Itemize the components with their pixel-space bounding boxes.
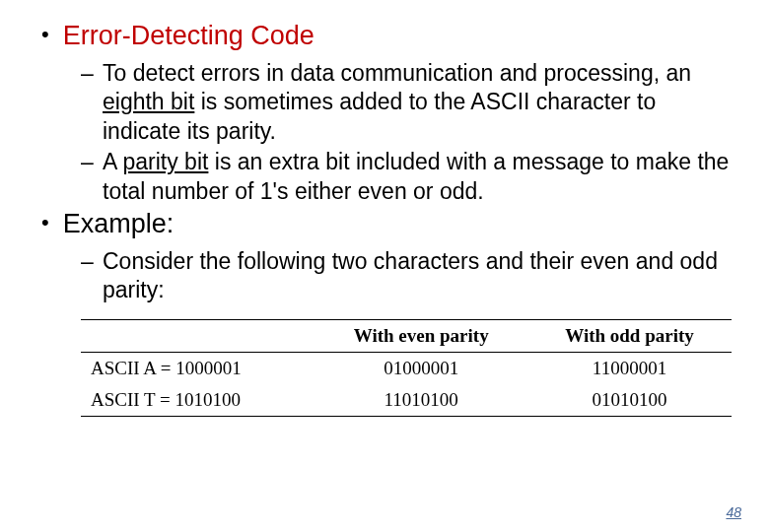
row-label: ASCII A = 1000001 [81, 352, 315, 384]
row-odd: 11000001 [527, 352, 732, 384]
table-header-row: With even parity With odd parity [81, 319, 732, 352]
parity-table-wrap: With even parity With odd parity ASCII A… [81, 319, 732, 417]
bullet-text: To detect errors in data communication a… [103, 59, 739, 146]
table-header-odd: With odd parity [527, 319, 732, 352]
text-span: A [103, 149, 122, 174]
slide-page: • Error-Detecting Code – To detect error… [0, 0, 769, 532]
page-number: 48 [726, 504, 741, 520]
row-even: 11010100 [315, 384, 527, 417]
dash-icon: – [81, 148, 95, 176]
bullet-dot: • [41, 208, 49, 238]
bullet-parity-bit: – A parity bit is an extra bit included … [81, 148, 739, 206]
eighth-bit-underline: eighth bit [103, 89, 194, 114]
heading-error-detecting: • Error-Detecting Code [41, 20, 739, 53]
bullet-example-intro: – Consider the following two characters … [81, 247, 739, 305]
table-row: ASCII T = 1010100 11010100 01010100 [81, 384, 732, 417]
bullet-detect-errors: – To detect errors in data communication… [81, 59, 739, 146]
parity-bit-underline: parity bit [122, 149, 208, 174]
heading-text: Error-Detecting Code [63, 20, 315, 53]
text-span: To detect errors in data communication a… [103, 60, 691, 86]
dash-icon: – [81, 59, 95, 88]
row-label: ASCII T = 1010100 [81, 384, 315, 417]
parity-table: With even parity With odd parity ASCII A… [81, 319, 732, 417]
bullet-text: A parity bit is an extra bit included wi… [103, 148, 739, 206]
heading-example: • Example: [41, 208, 739, 241]
table-row: ASCII A = 1000001 01000001 11000001 [81, 352, 732, 384]
dash-icon: – [81, 247, 95, 276]
table-header-blank [81, 319, 315, 352]
bullet-dot: • [41, 20, 49, 50]
heading-text: Example: [63, 208, 175, 241]
bullet-text: Consider the following two characters an… [103, 247, 739, 305]
row-odd: 01010100 [527, 384, 732, 417]
row-even: 01000001 [315, 352, 527, 384]
table-header-even: With even parity [315, 319, 527, 352]
